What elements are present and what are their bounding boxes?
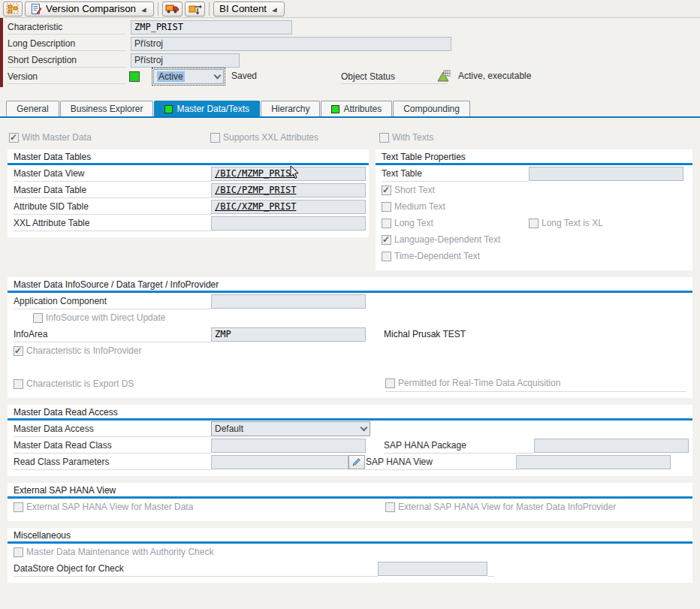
tab-label: Attributes	[343, 104, 382, 114]
checkbox-label: Master Data Maintenance with Authority C…	[26, 547, 213, 557]
characteristic-is-export-ds-checkbox	[14, 379, 23, 389]
language-dependent-text-row: Language-Dependent Text	[382, 231, 686, 248]
distribute-icon	[188, 3, 202, 15]
tab-compounding[interactable]: Compounding	[393, 101, 470, 116]
export-ds-rtda-row: Characteristic is Export DS Permitted fo…	[14, 375, 686, 392]
chevron-down-icon	[214, 71, 222, 79]
spacer	[8, 359, 692, 375]
with-master-data-checkbox	[9, 133, 19, 143]
tab-general[interactable]: General	[6, 101, 59, 116]
master-data-access-row: Master Data Access Default	[14, 421, 686, 437]
attribute-sid-table-field[interactable]: /BIC/XZMP_PRIST	[211, 200, 366, 214]
tab-label: Hierarchy	[271, 104, 309, 114]
characteristic-field[interactable]: ZMP_PRIST	[131, 20, 292, 35]
read-access-section: Master Data Read Access Master Data Acce…	[8, 405, 692, 476]
rtda-check: Permitted for Real-Time Data Acquisition	[385, 376, 686, 392]
external-hana-checks-row: External SAP HANA View for Master Data E…	[14, 499, 686, 515]
tab-attributes[interactable]: Attributes	[321, 101, 392, 116]
rtda-checkbox	[385, 378, 395, 388]
short-description-field[interactable]: Přístroj	[131, 53, 240, 68]
infoprovider-section: Master Data InfoSource / Data Target / I…	[8, 277, 692, 398]
application-component-field[interactable]	[211, 294, 366, 309]
with-master-data-check: With Master Data	[9, 132, 210, 143]
tab-label: Compounding	[403, 104, 460, 114]
datastore-object-field[interactable]	[378, 562, 487, 576]
attribute-sid-table-row: Attribute SID Table /BIC/XZMP_PRIST	[14, 198, 363, 215]
characteristic-is-infoprovider-row: Characteristic is InfoProvider	[14, 342, 686, 359]
long-description-field[interactable]: Přístroj	[131, 37, 451, 51]
tab-label: Master Data/Texts	[177, 104, 249, 114]
bi-content-label: BI Content	[219, 3, 267, 14]
top-checkbox-row: With Master Data Supports XXL Attributes…	[9, 130, 692, 145]
tab-content: With Master Data Supports XXL Attributes…	[0, 118, 700, 583]
master-data-table-field[interactable]: /BIC/PZMP_PRIST	[211, 183, 366, 197]
object-status-icon	[437, 70, 451, 85]
medium-text-row: Medium Text	[382, 198, 686, 215]
tab-master-data-texts[interactable]: Master Data/Texts	[154, 101, 260, 116]
long-description-row: Long Description Přístroj	[3, 36, 700, 53]
sap-hana-view-label: SAP HANA View	[366, 454, 516, 470]
green-square-icon	[164, 105, 173, 113]
read-class-parameters-row: Read Class Parameters SAP HANA View	[14, 454, 686, 470]
external-hana-infoprovider-check: External SAP HANA View for Master Data I…	[385, 502, 686, 512]
supports-xxl-attributes-check: Supports XXL Attributes	[210, 132, 379, 143]
object-status-value: Active, executable	[458, 71, 531, 81]
characteristic-is-infoprovider-checkbox	[14, 346, 23, 356]
xxl-attribute-table-label: XXL Attribute Table	[14, 216, 211, 231]
version-comparison-button[interactable]: Version Comparison	[25, 2, 154, 17]
infoarea-description: Michal Prusak TEST	[384, 329, 466, 339]
version-row: Version Active Saved Object Status Activ…	[3, 69, 700, 86]
master-data-view-field[interactable]: /BIC/MZMP_PRIST	[211, 167, 366, 181]
checkbox-label: Characteristic is Export DS	[26, 378, 134, 389]
with-texts-check: With Texts	[379, 132, 433, 143]
supports-xxl-attributes-checkbox	[210, 133, 220, 143]
read-class-row: Master Data Read Class SAP HANA Package	[14, 437, 686, 454]
section-title: Text Table Properties	[376, 149, 692, 165]
version-select[interactable]: Active	[153, 69, 224, 84]
infosource-direct-update-row: InfoSource with Direct Update	[14, 309, 686, 326]
checkbox-label: With Texts	[392, 132, 433, 143]
master-data-access-label: Master Data Access	[14, 421, 211, 437]
edit-parameters-button[interactable]	[348, 455, 365, 469]
bi-content-button[interactable]: BI Content	[213, 2, 285, 17]
tab-business-explorer[interactable]: Business Explorer	[60, 101, 154, 116]
tab-hierarchy[interactable]: Hierarchy	[261, 101, 320, 116]
master-data-access-select[interactable]: Default	[211, 421, 370, 436]
master-data-view-row: Master Data View /BIC/MZMP_PRIST	[14, 165, 363, 182]
transport-button[interactable]	[162, 2, 183, 17]
characteristic-is-export-ds-check: Characteristic is Export DS	[14, 378, 367, 389]
active-version-led-icon	[129, 71, 140, 82]
toolbar-separator	[158, 2, 158, 16]
sap-hana-view-field[interactable]	[516, 455, 671, 469]
section-title: Master Data InfoSource / Data Target / I…	[8, 277, 692, 293]
tab-strip: General Business Explorer Master Data/Te…	[0, 101, 700, 118]
infoarea-field[interactable]: ZMP	[211, 327, 366, 342]
version-compare-icon	[31, 3, 42, 15]
xxl-attribute-table-field[interactable]	[211, 216, 366, 231]
application-component-row: Application Component	[14, 293, 686, 309]
master-data-table-row: Master Data Table /BIC/PZMP_PRIST	[14, 182, 363, 198]
long-text-checkbox	[382, 219, 391, 228]
master-data-read-class-field[interactable]	[211, 439, 366, 453]
miscellaneous-section: Miscellaneous Master Data Maintenance wi…	[8, 528, 692, 583]
short-description-label: Short Description	[8, 53, 126, 68]
distribute-button[interactable]	[185, 2, 205, 17]
hierarchy-display-button[interactable]	[3, 2, 23, 17]
long-text-check: Long Text	[382, 218, 529, 228]
read-class-parameters-field[interactable]	[211, 455, 348, 469]
checkbox-label: InfoSource with Direct Update	[46, 312, 165, 323]
tab-label: Business Explorer	[71, 104, 143, 114]
text-table-row: Text Table	[382, 165, 686, 182]
version-comparison-label: Version Comparison	[46, 3, 136, 14]
tables-and-texts-row: Master Data Tables Master Data View /BIC…	[8, 149, 692, 277]
short-text-row: Short Text	[382, 182, 686, 198]
text-table-field[interactable]	[529, 167, 683, 181]
master-data-table-label: Master Data Table	[14, 182, 211, 198]
menu-triangle-icon	[141, 8, 148, 14]
infoarea-label: InfoArea	[14, 327, 211, 342]
application-toolbar: Version Comparison BI Content	[0, 0, 700, 18]
master-data-tables-section: Master Data Tables Master Data View /BIC…	[8, 149, 369, 237]
saved-status-text: Saved	[231, 71, 257, 81]
section-title: Miscellaneous	[8, 528, 692, 544]
sap-hana-package-field[interactable]	[534, 439, 689, 453]
